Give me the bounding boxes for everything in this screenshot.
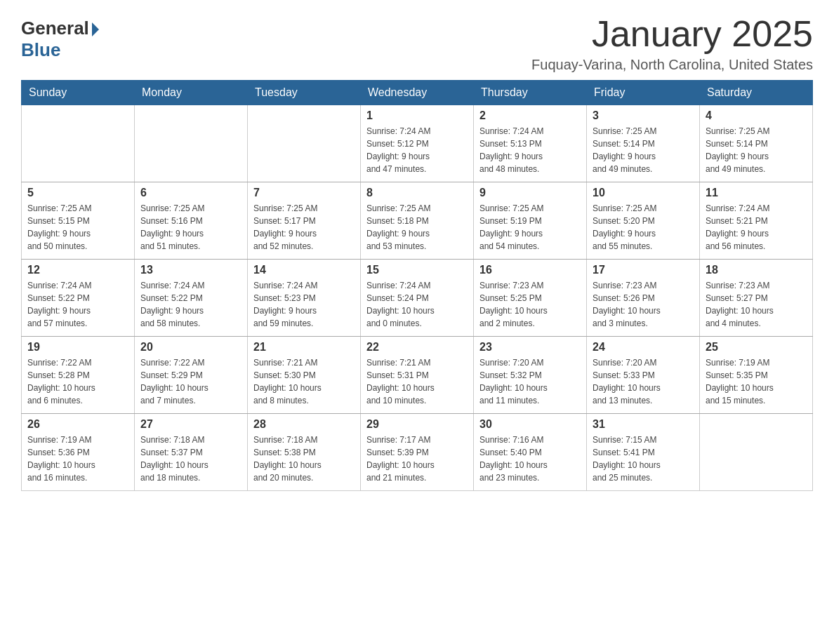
day-number: 14 (253, 264, 355, 276)
calendar-cell: 3Sunrise: 7:25 AM Sunset: 5:14 PM Daylig… (587, 105, 700, 182)
calendar-cell: 20Sunrise: 7:22 AM Sunset: 5:29 PM Dayli… (135, 337, 248, 414)
day-of-week-header: Saturday (700, 81, 813, 105)
day-info: Sunrise: 7:24 AM Sunset: 5:12 PM Dayligh… (366, 125, 468, 175)
day-info: Sunrise: 7:20 AM Sunset: 5:33 PM Dayligh… (593, 356, 694, 407)
day-number: 2 (479, 109, 581, 122)
calendar-cell: 16Sunrise: 7:23 AM Sunset: 5:25 PM Dayli… (474, 260, 587, 337)
day-number: 6 (140, 187, 241, 199)
calendar-week-row: 12Sunrise: 7:24 AM Sunset: 5:22 PM Dayli… (22, 260, 813, 337)
day-info: Sunrise: 7:25 AM Sunset: 5:18 PM Dayligh… (366, 202, 468, 253)
day-info: Sunrise: 7:24 AM Sunset: 5:23 PM Dayligh… (253, 279, 355, 330)
day-of-week-header: Wednesday (361, 81, 474, 105)
calendar-cell: 27Sunrise: 7:18 AM Sunset: 5:37 PM Dayli… (135, 414, 248, 491)
day-info: Sunrise: 7:24 AM Sunset: 5:22 PM Dayligh… (27, 279, 128, 330)
calendar-cell: 14Sunrise: 7:24 AM Sunset: 5:23 PM Dayli… (248, 260, 361, 337)
day-info: Sunrise: 7:24 AM Sunset: 5:13 PM Dayligh… (479, 125, 581, 175)
calendar-cell (22, 105, 135, 182)
day-number: 7 (253, 187, 355, 199)
month-title: January 2025 (531, 14, 813, 54)
day-number: 24 (593, 341, 694, 354)
day-number: 1 (366, 109, 468, 122)
day-info: Sunrise: 7:18 AM Sunset: 5:38 PM Dayligh… (253, 434, 355, 484)
day-number: 3 (593, 109, 694, 122)
calendar-cell: 29Sunrise: 7:17 AM Sunset: 5:39 PM Dayli… (361, 414, 474, 491)
calendar-week-row: 5Sunrise: 7:25 AM Sunset: 5:15 PM Daylig… (22, 182, 813, 260)
day-info: Sunrise: 7:25 AM Sunset: 5:20 PM Dayligh… (593, 202, 694, 253)
page-header: General Blue January 2025 Fuquay-Varina,… (21, 14, 813, 73)
calendar-cell (248, 105, 361, 182)
calendar-cell: 5Sunrise: 7:25 AM Sunset: 5:15 PM Daylig… (22, 182, 135, 260)
day-info: Sunrise: 7:23 AM Sunset: 5:26 PM Dayligh… (593, 279, 694, 330)
day-number: 13 (140, 264, 241, 276)
calendar-cell (700, 414, 813, 491)
day-info: Sunrise: 7:15 AM Sunset: 5:41 PM Dayligh… (593, 434, 694, 484)
day-number: 5 (27, 187, 128, 199)
calendar-table: SundayMondayTuesdayWednesdayThursdayFrid… (21, 80, 813, 491)
day-number: 9 (479, 187, 581, 199)
calendar-week-row: 19Sunrise: 7:22 AM Sunset: 5:28 PM Dayli… (22, 337, 813, 414)
location-title: Fuquay-Varina, North Carolina, United St… (531, 57, 813, 73)
day-number: 27 (140, 418, 241, 431)
day-info: Sunrise: 7:25 AM Sunset: 5:15 PM Dayligh… (27, 202, 128, 253)
calendar-cell: 15Sunrise: 7:24 AM Sunset: 5:24 PM Dayli… (361, 260, 474, 337)
day-number: 15 (366, 264, 468, 276)
logo: General Blue (21, 14, 99, 61)
day-number: 31 (593, 418, 694, 431)
day-number: 12 (27, 264, 128, 276)
day-info: Sunrise: 7:23 AM Sunset: 5:25 PM Dayligh… (479, 279, 581, 330)
day-number: 16 (479, 264, 581, 276)
calendar-cell (135, 105, 248, 182)
day-info: Sunrise: 7:25 AM Sunset: 5:19 PM Dayligh… (479, 202, 581, 253)
day-of-week-header: Monday (135, 81, 248, 105)
day-number: 20 (140, 341, 241, 354)
day-info: Sunrise: 7:24 AM Sunset: 5:22 PM Dayligh… (140, 279, 241, 330)
calendar-cell: 13Sunrise: 7:24 AM Sunset: 5:22 PM Dayli… (135, 260, 248, 337)
day-number: 11 (706, 187, 807, 199)
calendar-cell: 18Sunrise: 7:23 AM Sunset: 5:27 PM Dayli… (700, 260, 813, 337)
calendar-cell: 8Sunrise: 7:25 AM Sunset: 5:18 PM Daylig… (361, 182, 474, 260)
day-info: Sunrise: 7:19 AM Sunset: 5:36 PM Dayligh… (27, 434, 128, 484)
calendar-cell: 25Sunrise: 7:19 AM Sunset: 5:35 PM Dayli… (700, 337, 813, 414)
day-of-week-header: Tuesday (248, 81, 361, 105)
calendar-cell: 6Sunrise: 7:25 AM Sunset: 5:16 PM Daylig… (135, 182, 248, 260)
day-info: Sunrise: 7:24 AM Sunset: 5:21 PM Dayligh… (706, 202, 807, 253)
day-info: Sunrise: 7:22 AM Sunset: 5:28 PM Dayligh… (27, 356, 128, 407)
day-number: 17 (593, 264, 694, 276)
calendar-cell: 4Sunrise: 7:25 AM Sunset: 5:14 PM Daylig… (700, 105, 813, 182)
logo-general-text: General (21, 18, 99, 39)
calendar-cell: 21Sunrise: 7:21 AM Sunset: 5:30 PM Dayli… (248, 337, 361, 414)
day-number: 21 (253, 341, 355, 354)
day-number: 28 (253, 418, 355, 431)
day-number: 29 (366, 418, 468, 431)
day-of-week-header: Thursday (474, 81, 587, 105)
day-of-week-header: Friday (587, 81, 700, 105)
day-number: 8 (366, 187, 468, 199)
day-number: 26 (27, 418, 128, 431)
day-number: 25 (706, 341, 807, 354)
logo-arrow-icon (92, 22, 99, 36)
title-section: January 2025 Fuquay-Varina, North Caroli… (531, 14, 813, 73)
calendar-cell: 22Sunrise: 7:21 AM Sunset: 5:31 PM Dayli… (361, 337, 474, 414)
day-info: Sunrise: 7:25 AM Sunset: 5:14 PM Dayligh… (706, 125, 807, 175)
day-info: Sunrise: 7:19 AM Sunset: 5:35 PM Dayligh… (706, 356, 807, 407)
calendar-week-row: 26Sunrise: 7:19 AM Sunset: 5:36 PM Dayli… (22, 414, 813, 491)
calendar-cell: 10Sunrise: 7:25 AM Sunset: 5:20 PM Dayli… (587, 182, 700, 260)
calendar-header: SundayMondayTuesdayWednesdayThursdayFrid… (22, 81, 813, 105)
calendar-cell: 1Sunrise: 7:24 AM Sunset: 5:12 PM Daylig… (361, 105, 474, 182)
calendar-cell: 17Sunrise: 7:23 AM Sunset: 5:26 PM Dayli… (587, 260, 700, 337)
day-info: Sunrise: 7:25 AM Sunset: 5:14 PM Dayligh… (593, 125, 694, 175)
calendar-week-row: 1Sunrise: 7:24 AM Sunset: 5:12 PM Daylig… (22, 105, 813, 182)
day-number: 18 (706, 264, 807, 276)
day-info: Sunrise: 7:16 AM Sunset: 5:40 PM Dayligh… (479, 434, 581, 484)
days-of-week-row: SundayMondayTuesdayWednesdayThursdayFrid… (22, 81, 813, 105)
day-info: Sunrise: 7:25 AM Sunset: 5:17 PM Dayligh… (253, 202, 355, 253)
calendar-cell: 26Sunrise: 7:19 AM Sunset: 5:36 PM Dayli… (22, 414, 135, 491)
calendar-cell: 9Sunrise: 7:25 AM Sunset: 5:19 PM Daylig… (474, 182, 587, 260)
day-number: 30 (479, 418, 581, 431)
day-info: Sunrise: 7:21 AM Sunset: 5:31 PM Dayligh… (366, 356, 468, 407)
day-number: 10 (593, 187, 694, 199)
calendar-cell: 23Sunrise: 7:20 AM Sunset: 5:32 PM Dayli… (474, 337, 587, 414)
day-number: 19 (27, 341, 128, 354)
calendar-cell: 28Sunrise: 7:18 AM Sunset: 5:38 PM Dayli… (248, 414, 361, 491)
logo-blue-text: Blue (21, 39, 60, 61)
